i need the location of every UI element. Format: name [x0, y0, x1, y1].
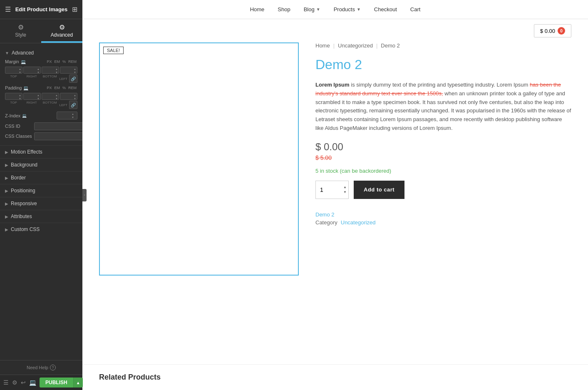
need-help-link[interactable]: Need Help ?	[4, 365, 78, 370]
attributes-header[interactable]: ▶ Attributes	[0, 210, 82, 223]
zindex-field[interactable]	[57, 112, 71, 119]
qty-up-button[interactable]: ▲	[342, 185, 347, 190]
custom-css-arrow: ▶	[5, 227, 8, 232]
margin-unit-px[interactable]: PX	[46, 59, 52, 64]
nav-home[interactable]: Home	[250, 6, 265, 12]
sale-badge: SALE!	[103, 47, 124, 54]
margin-unit-rem[interactable]: REM	[67, 59, 77, 64]
nav-blog[interactable]: Blog ▼	[304, 6, 320, 12]
product-image-col: SALE!	[99, 42, 299, 352]
margin-right-up[interactable]: ▲	[37, 67, 40, 71]
motion-effects-header[interactable]: ▶ Motion Effects	[0, 146, 82, 158]
padding-right-down[interactable]: ▼	[37, 97, 40, 100]
css-id-field[interactable]	[34, 122, 82, 130]
margin-top-down[interactable]: ▼	[18, 71, 22, 74]
product-layout: SALE! Home | Uncategorized | Demo 2 Demo…	[82, 42, 588, 364]
margin-right-label: RIGHT	[23, 75, 40, 83]
panel-collapse-handle[interactable]: ‹	[82, 189, 87, 201]
margin-top-input[interactable]: ▲ ▼	[5, 67, 22, 74]
hamburger-icon[interactable]: ☰	[5, 5, 11, 13]
nav-checkout[interactable]: Checkout	[374, 6, 397, 12]
products-arrow-icon: ▼	[357, 7, 361, 12]
padding-left-down[interactable]: ▼	[73, 97, 77, 100]
padding-top-down[interactable]: ▼	[18, 97, 22, 100]
add-to-cart-button[interactable]: Add to cart	[354, 181, 404, 199]
add-element-icon[interactable]: ☰	[3, 378, 9, 388]
advanced-section-content: Margin 💻 PX EM % REM ▲	[0, 59, 82, 145]
price-value: $ 0.00	[315, 141, 343, 152]
margin-bottom-up[interactable]: ▲	[55, 67, 58, 71]
margin-right-input[interactable]: ▲ ▼	[23, 67, 41, 74]
margin-unit-em[interactable]: EM	[53, 59, 61, 64]
padding-bottom-up[interactable]: ▲	[55, 94, 58, 97]
padding-right-up[interactable]: ▲	[37, 94, 40, 97]
zindex-down[interactable]: ▼	[71, 116, 74, 119]
responsive-header[interactable]: ▶ Responsive	[0, 197, 82, 210]
margin-bottom-label: BOTTOM	[41, 75, 58, 83]
margin-right-down[interactable]: ▼	[37, 71, 40, 74]
cart-badge: 0	[558, 27, 565, 35]
publish-arrow-button[interactable]: ▲	[73, 378, 83, 388]
old-price-value: $ 5.00	[315, 154, 332, 161]
padding-unit-rem[interactable]: REM	[67, 85, 77, 90]
qty-down-button[interactable]: ▼	[342, 190, 347, 195]
margin-left-down[interactable]: ▼	[73, 71, 77, 74]
padding-bottom-input[interactable]: ▲ ▼	[42, 93, 59, 100]
style-tab-label: Style	[15, 32, 26, 38]
positioning-section: ▶ Positioning	[0, 184, 82, 197]
padding-top-input[interactable]: ▲ ▼	[5, 93, 22, 100]
nav-cart[interactable]: Cart	[410, 6, 421, 12]
margin-bottom-down[interactable]: ▼	[55, 71, 58, 74]
margin-left-input[interactable]: ▲ ▼	[60, 67, 77, 74]
tab-style[interactable]: ⚙ Style	[0, 19, 41, 43]
padding-unit-em[interactable]: EM	[53, 85, 61, 90]
padding-unit-px[interactable]: PX	[46, 85, 52, 90]
css-classes-field[interactable]	[34, 132, 82, 140]
product-name-link[interactable]: Demo 2	[315, 211, 335, 218]
history-icon[interactable]: ↩	[21, 378, 26, 388]
nav-products-label: Products	[334, 6, 355, 12]
zindex-input-wrapper: ▲ ▼	[57, 112, 77, 119]
tab-advanced[interactable]: ⚙ Advanced	[41, 19, 82, 43]
padding-bottom-label: BOTTOM	[41, 101, 58, 109]
breadcrumb-uncategorized[interactable]: Uncategorized	[338, 42, 373, 49]
margin-label: Margin 💻	[5, 59, 26, 64]
margin-unit-pct[interactable]: %	[62, 59, 67, 64]
margin-top-up[interactable]: ▲	[18, 67, 22, 71]
settings-icon[interactable]: ⚙	[12, 378, 17, 388]
custom-css-section: ▶ Custom CSS	[0, 223, 82, 236]
positioning-header[interactable]: ▶ Positioning	[0, 184, 82, 197]
nav-checkout-label: Checkout	[374, 6, 397, 12]
grid-icon[interactable]: ⊞	[72, 5, 77, 13]
nav-products[interactable]: Products ▼	[334, 6, 361, 12]
border-header[interactable]: ▶ Border	[0, 171, 82, 184]
zindex-up[interactable]: ▲	[71, 112, 74, 116]
advanced-tab-icon: ⚙	[41, 23, 82, 31]
product-category-row: Category Uncategorized	[315, 219, 571, 226]
margin-bottom-input[interactable]: ▲ ▼	[42, 67, 59, 74]
cart-button[interactable]: $ 0.00 0	[534, 24, 571, 37]
background-label: Background	[11, 162, 37, 168]
nav-shop[interactable]: Shop	[278, 6, 290, 12]
product-meta: Demo 2 Category Uncategorized	[315, 211, 571, 226]
publish-button[interactable]: PUBLISH	[40, 378, 73, 388]
padding-unit-pct[interactable]: %	[62, 85, 67, 90]
breadcrumb-home[interactable]: Home	[315, 42, 330, 49]
responsive-icon[interactable]: 💻	[29, 378, 36, 388]
category-value-link[interactable]: Uncategorized	[341, 219, 376, 226]
motion-effects-section: ▶ Motion Effects	[0, 145, 82, 158]
bottom-toolbar: ☰ ⚙ ↩ 💻 PUBLISH ▲	[0, 375, 82, 390]
padding-left-up[interactable]: ▲	[73, 94, 77, 97]
margin-left-up[interactable]: ▲	[73, 67, 77, 71]
background-header[interactable]: ▶ Background	[0, 159, 82, 171]
padding-top-up[interactable]: ▲	[18, 94, 22, 97]
padding-right-input[interactable]: ▲ ▼	[23, 93, 41, 100]
custom-css-header[interactable]: ▶ Custom CSS	[0, 223, 82, 236]
margin-sub-labels: TOP RIGHT BOTTOM LEFT 🔗	[5, 75, 77, 83]
advanced-section-header[interactable]: ▼ Advanced	[0, 47, 82, 59]
css-classes-row: CSS Classes ≡	[5, 132, 77, 140]
padding-left-input[interactable]: ▲ ▼	[60, 93, 77, 100]
padding-bottom-down[interactable]: ▼	[55, 97, 58, 100]
padding-link-toggle[interactable]: 🔗	[69, 101, 77, 109]
margin-link-toggle[interactable]: 🔗	[69, 75, 77, 83]
